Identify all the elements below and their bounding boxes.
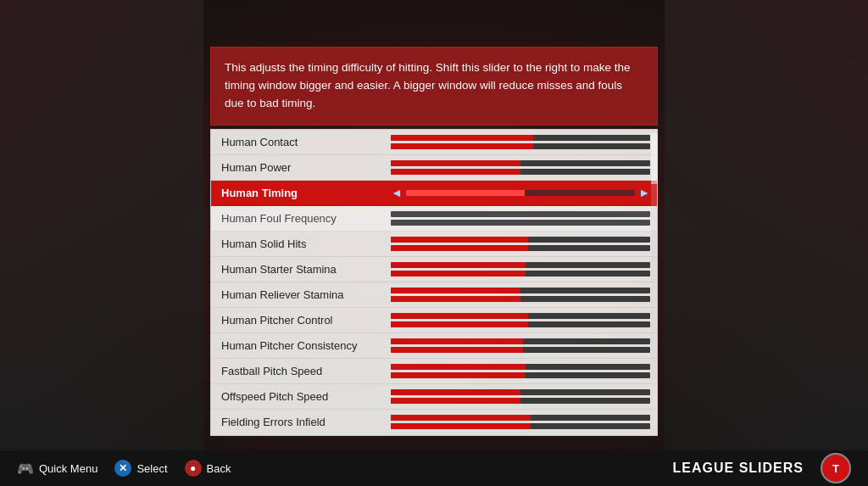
slider-fill (391, 338, 523, 344)
gamepad-icon: 🎮 (17, 460, 34, 477)
slider-fill (391, 364, 526, 370)
slider-track (391, 211, 650, 217)
slider-bar-container (391, 338, 650, 353)
slider-panel: Human ContactHuman PowerHuman Timing◄►Hu… (210, 129, 658, 436)
slider-track (391, 160, 650, 166)
scroll-thumb[interactable] (651, 133, 658, 184)
select-label: Select (136, 462, 167, 475)
slider-fill (391, 237, 528, 243)
main-panel: This adjusts the timing difficulty of hi… (210, 47, 658, 436)
slider-row[interactable]: Human Starter Stamina (211, 257, 657, 282)
description-text: This adjusts the timing difficulty of hi… (225, 61, 630, 109)
slider-row[interactable]: Human Timing◄► (211, 181, 657, 206)
slider-row[interactable]: Human Pitcher Consistency (211, 333, 657, 359)
slider-bar-container (391, 211, 650, 226)
scrollbar[interactable] (651, 133, 658, 379)
slider-track (391, 169, 650, 175)
slider-track (391, 415, 650, 421)
slider-fill (391, 347, 523, 353)
slider-row[interactable]: Offspeed Pitch Speed (211, 384, 657, 410)
back-control: ● Back (185, 460, 231, 477)
slider-label: Human Foul Frequency (221, 212, 391, 225)
slider-bar-container (391, 237, 650, 251)
slider-label: Human Pitcher Consistency (221, 339, 391, 352)
slider-track (391, 338, 650, 344)
slider-fill (391, 245, 528, 251)
slider-track (391, 143, 650, 149)
slider-label: Human Solid Hits (221, 237, 391, 250)
slider-track (391, 296, 650, 302)
slider-fill (391, 160, 520, 166)
slider-track (391, 220, 650, 226)
arrow-right-icon[interactable]: ► (638, 186, 650, 199)
slider-label: Offspeed Pitch Speed (221, 390, 391, 403)
quick-menu-control: 🎮 Quick Menu (17, 460, 97, 477)
slider-bar-container (391, 160, 650, 175)
slider-label: Human Power (221, 161, 391, 174)
slider-row[interactable]: Human Power (211, 155, 657, 181)
select-control: ✕ Select (114, 460, 167, 477)
back-label: Back (207, 462, 231, 475)
slider-row[interactable]: Fielding Errors Infield (211, 410, 657, 435)
slider-bar-container (391, 415, 650, 429)
slider-row[interactable]: Human Reliever Stamina (211, 282, 657, 308)
slider-track (391, 372, 650, 378)
slider-track (391, 245, 650, 251)
slider-fill (391, 143, 533, 149)
slider-track (391, 237, 650, 243)
slider-track (391, 389, 650, 395)
bottom-right: LEAGUE SLIDERS T (673, 453, 851, 483)
slider-fill (391, 423, 531, 429)
league-sliders-title: LEAGUE SLIDERS (673, 461, 804, 476)
slider-row[interactable]: Fastball Pitch Speed (211, 359, 657, 384)
circle-button-icon: ● (185, 460, 202, 477)
slider-track (391, 423, 650, 429)
team-logo: T (821, 453, 851, 483)
quick-menu-label: Quick Menu (39, 462, 97, 475)
arrow-left-icon[interactable]: ◄ (391, 186, 403, 199)
slider-fill (391, 313, 528, 319)
x-button-icon: ✕ (114, 460, 131, 477)
slider-track (391, 135, 650, 141)
slider-row[interactable]: Human Solid Hits (211, 232, 657, 257)
slider-fill (391, 372, 526, 378)
stadium-right (665, 0, 868, 486)
slider-track (391, 271, 650, 277)
slider-track (391, 321, 650, 327)
description-box: This adjusts the timing difficulty of hi… (210, 47, 658, 126)
slider-label: Human Reliever Stamina (221, 288, 391, 301)
slider-bar-container (391, 135, 650, 149)
slider-fill (406, 190, 526, 196)
slider-fill (391, 262, 526, 268)
slider-fill (391, 296, 520, 302)
slider-fill (391, 169, 520, 175)
slider-bar-container (391, 288, 650, 302)
slider-label: Human Timing (221, 187, 391, 199)
slider-fill (391, 389, 520, 395)
slider-row[interactable]: Human Pitcher Control (211, 308, 657, 333)
slider-fill (391, 135, 533, 141)
slider-fill (391, 415, 531, 421)
slider-track (391, 347, 650, 353)
slider-track (406, 190, 635, 196)
slider-bar-container (391, 313, 650, 327)
slider-track (391, 398, 650, 404)
slider-fill (391, 321, 528, 327)
slider-bar-container (406, 190, 635, 196)
slider-label: Human Starter Stamina (221, 263, 391, 276)
slider-track (391, 364, 650, 370)
slider-track (391, 313, 650, 319)
slider-bar-container (391, 389, 650, 404)
slider-fill (391, 288, 520, 293)
slider-label: Human Contact (221, 136, 391, 148)
slider-bar-container (391, 364, 650, 378)
slider-label: Fielding Errors Infield (221, 416, 391, 428)
slider-fill (391, 271, 526, 277)
slider-label: Human Pitcher Control (221, 314, 391, 327)
slider-track (391, 262, 650, 268)
slider-row[interactable]: Human Contact (211, 130, 657, 155)
stadium-left (0, 0, 203, 486)
slider-track (391, 288, 650, 293)
slider-label: Fastball Pitch Speed (221, 365, 391, 377)
slider-row[interactable]: Human Foul Frequency (211, 206, 657, 232)
